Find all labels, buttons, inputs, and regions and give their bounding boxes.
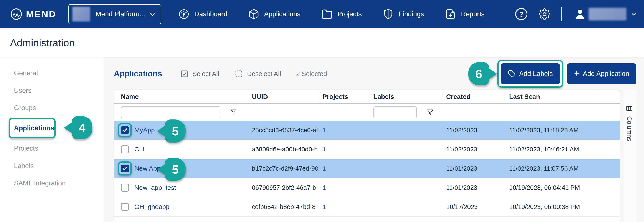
created-cell: 11/01/2023: [442, 184, 505, 191]
deselect-all-icon: [234, 69, 244, 78]
nav-label: Applications: [264, 10, 300, 18]
org-selector-label: Mend Platform...: [96, 10, 145, 18]
table-row[interactable]: New App 2 5 b17c2c7c-d2f9-47ed-90 1 11/0…: [114, 159, 620, 178]
mend-logo: MEND: [10, 8, 56, 21]
help-icon[interactable]: ?: [515, 8, 528, 20]
deselect-all-button[interactable]: Deselect All: [234, 69, 281, 78]
name-cell: New App 2 5: [114, 165, 248, 172]
uuid-cell: cefb6542-b8eb-47bd-8: [248, 203, 318, 210]
user-avatar-icon: [574, 8, 586, 21]
sidebar-item-groups[interactable]: Groups: [0, 99, 103, 117]
filter-funnel-icon[interactable]: [230, 108, 238, 117]
created-cell: 11/01/2023: [442, 165, 505, 172]
add-application-label: Add Application: [583, 70, 629, 78]
plus-icon: +: [574, 69, 580, 78]
settings-gear-icon[interactable]: [539, 8, 550, 20]
table-row[interactable]: MyApp 5 25cc8cd3-6537-4ce0-af 1 11/02/20…: [114, 121, 620, 140]
checkmark-icon: [122, 165, 128, 171]
select-all-checkbox-icon: [180, 69, 189, 78]
checkmark-icon: [122, 127, 128, 133]
created-cell: 11/02/2023: [442, 146, 505, 153]
row-checkbox[interactable]: [121, 184, 129, 191]
projects-count-link[interactable]: 1: [322, 165, 326, 172]
main-content: Applications Select All Deselect All 2 S…: [103, 57, 644, 222]
last-scan-cell: 10/19/2023, 06:04:41 PM: [505, 184, 593, 191]
filter-funnel-icon[interactable]: [426, 108, 434, 117]
sidebar-item-label: Applications: [14, 124, 54, 132]
column-header-name[interactable]: Name: [114, 90, 248, 103]
projects-folder-icon: [321, 9, 333, 20]
column-header-projects[interactable]: Projects: [318, 90, 369, 103]
sidebar-item-general[interactable]: General: [0, 64, 103, 82]
nav-item-projects[interactable]: Projects: [321, 9, 362, 20]
sidebar-item-projects[interactable]: Projects: [0, 140, 103, 157]
nav-item-applications[interactable]: Applications: [248, 9, 300, 20]
application-name-link[interactable]: GH_gheapp: [134, 203, 170, 210]
table-header-row: Name UUID Projects Labels Created Last S…: [114, 90, 620, 103]
sidebar-item-users[interactable]: Users: [0, 82, 103, 99]
nav-label: Dashboard: [194, 10, 227, 18]
created-cell: 10/17/2023: [442, 203, 505, 210]
projects-count-link[interactable]: 1: [322, 146, 326, 153]
admin-sidebar: General Users Groups Applications 4 Proj…: [0, 57, 103, 222]
redacted-username: [589, 8, 626, 21]
application-name-link[interactable]: New_app_test: [134, 184, 176, 191]
projects-count-link[interactable]: 1: [322, 203, 326, 210]
application-name-link[interactable]: MyApp: [134, 127, 154, 134]
uuid-cell: 06790957-2bf2-46a7-b: [248, 184, 318, 191]
add-application-button[interactable]: + Add Application: [567, 63, 636, 84]
column-header-created[interactable]: Created: [442, 90, 505, 103]
columns-panel-toggle[interactable]: Columns: [622, 90, 636, 222]
column-header-labels[interactable]: Labels: [369, 90, 442, 103]
page-title: Administration: [10, 37, 75, 49]
labels-filter-input[interactable]: [374, 106, 417, 118]
add-labels-button[interactable]: Add Labels: [501, 63, 560, 84]
column-header-uuid[interactable]: UUID: [248, 90, 318, 103]
organization-selector-dropdown[interactable]: Mend Platform...: [68, 4, 161, 24]
annotation-step-number: 5: [165, 158, 186, 181]
name-cell: CLI: [114, 145, 248, 153]
findings-shield-icon: [382, 9, 394, 20]
projects-count-link[interactable]: 1: [322, 184, 326, 191]
redacted-org-name: [72, 7, 90, 22]
annotation-step-4-balloon: 4: [64, 116, 92, 139]
applications-cube-icon: [248, 9, 260, 20]
table-row[interactable]: New_app_test 06790957-2bf2-46a7-b 1 11/0…: [114, 178, 620, 197]
nav-item-findings[interactable]: Findings: [382, 9, 424, 20]
columns-panel-label: Columns: [626, 116, 633, 141]
row-checkbox[interactable]: [121, 203, 129, 211]
sidebar-item-labels[interactable]: Labels: [0, 157, 103, 175]
labels-filter-cell: [369, 106, 442, 118]
annotation-step-number: 4: [72, 116, 92, 139]
row-checkbox[interactable]: [121, 126, 129, 134]
applications-table: Name UUID Projects Labels Created Last S…: [114, 90, 620, 222]
application-name-link[interactable]: CLI: [134, 146, 144, 153]
projects-count-link[interactable]: 1: [322, 127, 326, 134]
column-header-last-scan[interactable]: Last Scan: [505, 90, 593, 103]
chevron-down-icon: [631, 11, 636, 16]
uuid-cell: b17c2c7c-d2f9-47ed-90: [248, 165, 318, 172]
name-filter-input[interactable]: [121, 106, 220, 118]
sidebar-item-applications[interactable]: Applications 4: [9, 118, 56, 138]
select-all-button[interactable]: Select All: [180, 69, 219, 78]
nav-label: Reports: [461, 10, 485, 18]
nav-item-dashboard[interactable]: Dashboard: [178, 9, 227, 20]
nav-label: Projects: [338, 10, 362, 18]
topbar-right-controls: ?: [515, 7, 636, 21]
annotation-outline-add-labels: 6 Add Labels: [498, 60, 563, 88]
uuid-cell: a6809d6e-a00b-40d0-b: [248, 146, 318, 153]
sidebar-item-saml-integration[interactable]: SAML Integration: [0, 175, 103, 192]
balloon-tail: [485, 66, 497, 82]
table-row[interactable]: GH_gheapp cefb6542-b8eb-47bd-8 1 10/17/2…: [114, 197, 620, 216]
user-account-menu[interactable]: [574, 8, 636, 21]
page-header: Administration: [0, 28, 644, 57]
last-scan-cell: 10/19/2023, 06:00:38 PM: [505, 203, 593, 210]
table-row[interactable]: CLI a6809d6e-a00b-40d0-b 1 11/02/2023 11…: [114, 140, 620, 159]
nav-item-reports[interactable]: Reports: [445, 9, 485, 20]
row-checkbox[interactable]: [121, 145, 129, 153]
name-filter-cell: [114, 106, 248, 118]
row-checkbox[interactable]: [121, 165, 129, 172]
table-body: MyApp 5 25cc8cd3-6537-4ce0-af 1 11/02/20…: [114, 121, 620, 216]
nav-label: Findings: [399, 10, 424, 18]
top-navigation-bar: MEND Mend Platform... Dashboard Applicat…: [0, 0, 644, 28]
